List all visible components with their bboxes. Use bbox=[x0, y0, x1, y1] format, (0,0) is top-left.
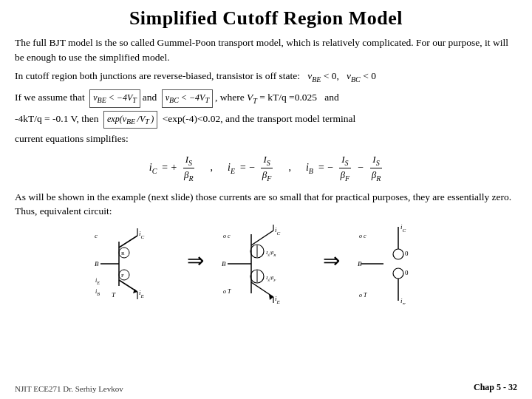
para5-text: current equations simplifies: bbox=[15, 132, 129, 146]
paragraph-1: The full BJT model is the so called Gumm… bbox=[15, 35, 517, 64]
svg-text:0: 0 bbox=[405, 250, 409, 257]
svg-text:o c: o c bbox=[223, 233, 231, 239]
svg-text:⇒: ⇒ bbox=[323, 249, 340, 272]
svg-line-2 bbox=[119, 236, 137, 248]
paragraph-2: In cutoff region both junctions are reve… bbox=[15, 69, 517, 85]
svg-text:R: R bbox=[121, 250, 125, 256]
para3-math1: vBE < −4VT bbox=[89, 89, 140, 107]
svg-text:0: 0 bbox=[405, 269, 409, 276]
svg-text:⇒: ⇒ bbox=[187, 249, 204, 272]
svg-text:o T: o T bbox=[223, 288, 231, 295]
comma-2: , bbox=[288, 162, 291, 174]
svg-text:iC: iC bbox=[139, 230, 145, 240]
paragraph-4: -4kT/q = -0.1 V, then exp(vBE /VT ) <exp… bbox=[15, 111, 517, 129]
svg-text:o T: o T bbox=[359, 292, 367, 299]
para4-exp-box: exp(vBE /VT ) bbox=[103, 111, 157, 129]
para2-prefix: In cutoff region both junctions are reve… bbox=[15, 70, 300, 81]
paragraph-5: current equations simplifies: bbox=[15, 132, 517, 146]
svg-point-41 bbox=[393, 249, 403, 259]
para3-math2: vBC < −4VT bbox=[162, 89, 213, 107]
equations-row: iC = + IS βR , iE = − IS βF , iB = − IS … bbox=[15, 154, 517, 182]
svg-text:T: T bbox=[112, 291, 116, 299]
footer-right: Chap 5 - 32 bbox=[474, 382, 517, 393]
svg-text:IS/βR: IS/βR bbox=[265, 250, 276, 257]
para3-prefix: If we assume that bbox=[15, 90, 85, 105]
equation-ib: iB = − IS βF − IS βR bbox=[306, 154, 383, 182]
svg-text:iE: iE bbox=[275, 295, 281, 304]
comma-1: , bbox=[211, 162, 214, 174]
svg-text:IS/βF: IS/βF bbox=[265, 275, 276, 282]
svg-point-42 bbox=[393, 268, 403, 279]
svg-text:B: B bbox=[358, 260, 362, 267]
svg-text:iE: iE bbox=[139, 289, 145, 299]
slide-title: Simplified Cutoff Region Model bbox=[15, 7, 517, 30]
paragraph-6: As will be shown in the example (next sl… bbox=[15, 190, 517, 219]
arrow-1: ⇒ bbox=[183, 242, 213, 286]
paragraph-3: If we assume that vBE < −4VT and vBC < −… bbox=[15, 89, 517, 107]
para2-vbe: vBE bbox=[307, 70, 324, 81]
svg-text:c: c bbox=[95, 232, 98, 239]
equation-ie: iE = − IS βF bbox=[228, 154, 273, 182]
arrow-2: ⇒ bbox=[319, 242, 349, 286]
para4-prefix: -4kT/q = -0.1 V, then bbox=[15, 112, 99, 126]
equation-ic: iC = + IS βR bbox=[149, 154, 196, 182]
svg-line-21 bbox=[251, 231, 273, 245]
circuit-left: c iC B iE T R F iB iE bbox=[93, 227, 174, 301]
svg-text:iB: iB bbox=[95, 288, 100, 296]
circuit-middle: iC iE B IS/βR IS/βF o c o T bbox=[222, 223, 310, 304]
svg-text:B: B bbox=[222, 260, 226, 267]
svg-text:o c: o c bbox=[359, 233, 366, 239]
svg-text:iC: iC bbox=[275, 226, 281, 236]
svg-text:F: F bbox=[121, 273, 124, 279]
svg-text:iC: iC bbox=[400, 223, 406, 233]
circuit-right: iC iE B 0 0 o c o T bbox=[358, 223, 439, 304]
para2-vbc: vBC bbox=[347, 70, 363, 81]
svg-text:iE: iE bbox=[400, 297, 406, 304]
footer-left: NJIT ECE271 Dr. Serhiy Levkov bbox=[15, 384, 123, 393]
slide: Simplified Cutoff Region Model The full … bbox=[0, 0, 532, 399]
svg-text:iE: iE bbox=[95, 277, 100, 285]
svg-text:B: B bbox=[95, 260, 99, 267]
diagrams-row: c iC B iE T R F iB iE ⇒ bbox=[15, 223, 517, 304]
